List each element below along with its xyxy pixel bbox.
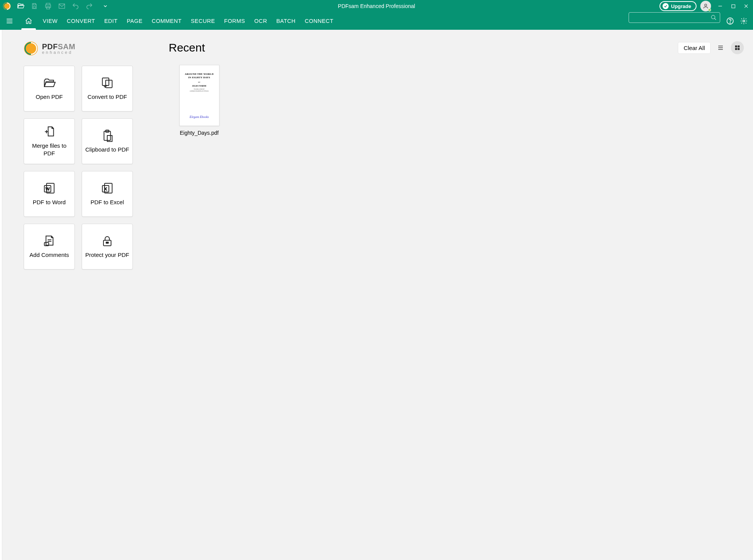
menu-batch[interactable]: BATCH xyxy=(272,12,300,30)
tile-convert-to-pdf[interactable]: Convert to PDF xyxy=(82,66,133,111)
lock-icon: ** xyxy=(101,234,114,247)
search-icon xyxy=(711,15,717,21)
clear-all-button[interactable]: Clear All xyxy=(678,42,710,53)
thumb-by: BY xyxy=(198,81,200,83)
recent-file-name: Eighty_Days.pdf xyxy=(180,130,219,136)
tile-label: Add Comments xyxy=(29,251,69,259)
app-logo: PDFSAM enhanced xyxy=(24,41,146,56)
quick-toolbar-dropdown-icon[interactable] xyxy=(100,1,111,11)
svg-rect-45 xyxy=(738,48,740,50)
word-icon: W xyxy=(43,182,56,195)
svg-point-19 xyxy=(743,20,745,22)
svg-rect-42 xyxy=(735,45,737,47)
logo-swirl-icon xyxy=(24,41,38,56)
menu-forms[interactable]: FORMS xyxy=(219,12,250,30)
svg-point-20 xyxy=(24,42,38,55)
tile-label: PDF to Excel xyxy=(90,199,124,206)
logo-text-2: SAM xyxy=(58,42,76,51)
home-tab[interactable] xyxy=(19,12,38,30)
tile-label: Protect your PDF xyxy=(85,251,129,259)
convert-icon xyxy=(101,76,114,89)
tile-label: PDF to Word xyxy=(33,199,66,206)
tile-label: Open PDF xyxy=(36,93,63,101)
recent-heading: Recent xyxy=(169,41,205,54)
window-title: PDFsam Enhanced Professional xyxy=(0,3,753,9)
minimize-button[interactable] xyxy=(715,1,726,11)
comment-icon xyxy=(43,234,56,247)
tile-label: Convert to PDF xyxy=(87,93,127,101)
menu-ocr[interactable]: OCR xyxy=(250,12,272,30)
recent-file-item[interactable]: AROUND THE WORLD IN EIGHTY DAYS BY JULES… xyxy=(176,65,222,136)
upgrade-label: Upgrade xyxy=(671,3,691,9)
print-icon[interactable] xyxy=(43,1,53,11)
svg-point-7 xyxy=(705,4,706,6)
thumb-title-2: IN EIGHTY DAYS xyxy=(188,76,210,79)
menu-view[interactable]: VIEW xyxy=(38,12,62,30)
svg-rect-9 xyxy=(732,5,735,8)
svg-rect-44 xyxy=(735,48,737,50)
search-input[interactable] xyxy=(629,12,720,23)
tile-pdf-to-word[interactable]: W PDF to Word xyxy=(24,171,75,217)
thumb-title-1: AROUND THE WORLD xyxy=(185,72,213,76)
thumb-trans1: TRANSLATED BY xyxy=(194,89,205,90)
undo-icon[interactable] xyxy=(70,1,81,11)
upgrade-button[interactable]: Upgrade xyxy=(659,1,697,11)
svg-rect-5 xyxy=(47,7,50,9)
help-button[interactable] xyxy=(723,12,737,30)
tile-label: Merge files to PDF xyxy=(26,142,72,158)
svg-point-15 xyxy=(711,15,715,19)
menu-connect[interactable]: CONNECT xyxy=(300,12,338,30)
account-button[interactable] xyxy=(700,1,711,11)
clipboard-icon xyxy=(101,129,114,142)
menu-comment[interactable]: COMMENT xyxy=(147,12,186,30)
thumb-brand: Elegant Ebooks xyxy=(190,115,209,119)
svg-text:**: ** xyxy=(106,241,109,245)
svg-point-0 xyxy=(3,2,11,10)
logo-text-1: PDF xyxy=(42,42,58,51)
mail-icon[interactable] xyxy=(56,1,67,11)
list-view-button[interactable] xyxy=(714,41,727,54)
menu-secure[interactable]: SECURE xyxy=(186,12,219,30)
tile-clipboard-to-pdf[interactable]: Clipboard to PDF xyxy=(82,118,133,164)
thumb-author: JULES VERNE xyxy=(192,85,206,87)
svg-line-16 xyxy=(714,18,716,20)
check-icon xyxy=(663,3,669,9)
svg-text:X: X xyxy=(104,187,107,191)
svg-text:W: W xyxy=(45,187,50,191)
tile-open-pdf[interactable]: Open PDF xyxy=(24,66,75,111)
app-logo-icon xyxy=(2,1,12,11)
logo-subtitle: enhanced xyxy=(42,50,75,55)
open-file-icon[interactable] xyxy=(15,1,26,11)
folder-open-icon xyxy=(43,76,56,89)
settings-button[interactable] xyxy=(737,12,751,30)
save-icon[interactable] xyxy=(29,1,40,11)
thumb-trans2: GEORGE MAKEPEACE TOWLE xyxy=(190,90,208,92)
svg-point-18 xyxy=(730,23,730,23)
svg-rect-43 xyxy=(738,45,740,47)
svg-rect-1 xyxy=(33,3,35,5)
redo-icon[interactable] xyxy=(84,1,95,11)
tile-label: Clipboard to PDF xyxy=(85,146,129,153)
merge-icon xyxy=(43,125,56,138)
excel-icon: X xyxy=(101,182,114,195)
tile-add-comments[interactable]: Add Comments xyxy=(24,224,75,270)
menu-convert[interactable]: CONVERT xyxy=(62,12,100,30)
menu-edit[interactable]: EDIT xyxy=(100,12,122,30)
close-button[interactable] xyxy=(741,1,751,11)
status-dot-icon xyxy=(708,8,711,11)
tile-merge-files[interactable]: Merge files to PDF xyxy=(24,118,75,164)
svg-rect-2 xyxy=(33,6,35,8)
maximize-button[interactable] xyxy=(728,1,738,11)
tile-protect-pdf[interactable]: ** Protect your PDF xyxy=(82,224,133,270)
document-thumbnail: AROUND THE WORLD IN EIGHTY DAYS BY JULES… xyxy=(179,65,219,126)
tile-pdf-to-excel[interactable]: X PDF to Excel xyxy=(82,171,133,217)
hamburger-menu-icon[interactable] xyxy=(0,12,19,30)
menu-page[interactable]: PAGE xyxy=(122,12,147,30)
grid-view-button[interactable] xyxy=(731,41,744,54)
